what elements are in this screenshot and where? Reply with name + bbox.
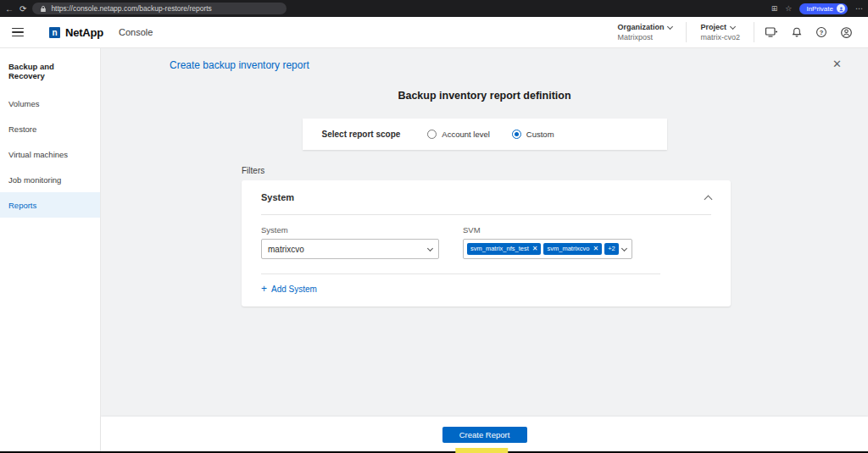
- system-filter-card: System System matrixcvo: [242, 180, 731, 307]
- favorites-icon[interactable]: ☆: [785, 4, 792, 13]
- field-row: System matrixcvo SVM: [261, 225, 711, 259]
- organization-label: Organization: [617, 23, 664, 31]
- radio-circle[interactable]: [427, 130, 437, 139]
- panel-title: Create backup inventory report: [170, 59, 309, 71]
- chip-label: svm_matrix_nfs_test: [470, 246, 529, 252]
- browser-address-bar[interactable]: https://console.netapp.com/backup-restor…: [32, 3, 287, 14]
- click-highlight: [455, 448, 508, 453]
- system-field: System matrixcvo: [261, 225, 439, 259]
- svm-more-badge[interactable]: +2: [604, 243, 619, 255]
- chevron-down-icon: [667, 23, 673, 29]
- svm-chip-row: svm_matrix_nfs_test ✕ svm_matrixcvo ✕: [467, 243, 622, 255]
- scope-label: Select report scope: [322, 130, 401, 139]
- chip-label: svm_matrixcvo: [547, 246, 589, 252]
- radio-custom[interactable]: Custom: [512, 130, 554, 139]
- lock-icon: [40, 5, 47, 13]
- system-card-body: System matrixcvo SVM: [242, 215, 731, 294]
- filters-label: Filters: [242, 166, 868, 175]
- notifications-bell-icon[interactable]: [791, 26, 803, 38]
- console-switcher-icon[interactable]: [765, 26, 778, 38]
- sidebar: Backup and Recovery Volumes Restore Virt…: [0, 48, 101, 453]
- svg-text:?: ?: [820, 29, 824, 36]
- header-icons: ?: [765, 26, 856, 39]
- help-icon[interactable]: ?: [815, 26, 827, 38]
- sidebar-item-label: Volumes: [8, 99, 39, 108]
- header-divider: [754, 22, 754, 42]
- add-system-link[interactable]: + Add System: [261, 284, 711, 294]
- organization-value: Matrixpost: [617, 33, 672, 41]
- person-icon: [838, 6, 844, 12]
- panel-header: Create backup inventory report ✕: [101, 48, 868, 82]
- app-header: n NetApp Console Organization Matrixpost…: [0, 17, 868, 48]
- browser-chrome: ← ⟳ https://console.netapp.com/backup-re…: [0, 0, 868, 17]
- svm-chip[interactable]: svm_matrix_nfs_test ✕: [467, 243, 541, 255]
- sidebar-item-reports[interactable]: Reports: [0, 192, 100, 218]
- inprivate-badge[interactable]: InPrivate: [799, 3, 848, 14]
- hamburger-menu-icon[interactable]: [12, 28, 24, 37]
- browser-toolbar-right: ⊞ ☆ InPrivate ⋯: [771, 3, 863, 14]
- plus-icon: +: [261, 284, 267, 294]
- svm-multiselect[interactable]: svm_matrix_nfs_test ✕ svm_matrixcvo ✕: [463, 239, 632, 259]
- browser-back-icon[interactable]: ←: [5, 4, 14, 14]
- radio-account-level[interactable]: Account level: [427, 130, 490, 139]
- sidebar-item-restore[interactable]: Restore: [0, 116, 100, 141]
- system-select[interactable]: matrixcvo: [261, 239, 439, 259]
- main-panel: Create backup inventory report ✕ Backup …: [101, 48, 868, 453]
- radio-circle-selected[interactable]: [512, 130, 521, 139]
- screen: ← ⟳ https://console.netapp.com/backup-re…: [0, 0, 868, 453]
- sidebar-item-virtual-machines[interactable]: Virtual machines: [0, 141, 100, 167]
- collapse-chevron-icon[interactable]: [704, 195, 713, 203]
- panel-content: Backup inventory report definition Selec…: [101, 82, 868, 417]
- header-divider: [686, 22, 687, 42]
- create-report-button[interactable]: Create Report: [442, 427, 527, 443]
- browser-refresh-icon[interactable]: ⟳: [19, 4, 26, 14]
- sidebar-item-label: Job monitoring: [8, 175, 61, 185]
- chip-remove-icon[interactable]: ✕: [532, 246, 538, 252]
- chip-remove-icon[interactable]: ✕: [593, 246, 599, 252]
- project-value: matrix-cvo2: [700, 33, 740, 41]
- sidebar-title: Backup and Recovery: [0, 55, 100, 91]
- svm-field: SVM svm_matrix_nfs_test ✕ svm_matri: [463, 225, 632, 259]
- netapp-logo-icon: n: [49, 27, 60, 38]
- sidebar-item-volumes[interactable]: Volumes: [0, 91, 100, 116]
- body: Backup and Recovery Volumes Restore Virt…: [0, 48, 868, 453]
- organization-selector[interactable]: Organization Matrixpost: [614, 23, 676, 41]
- divider: [261, 273, 660, 274]
- sidebar-item-label: Virtual machines: [8, 150, 68, 159]
- more-badge-label: +2: [608, 246, 615, 252]
- inprivate-label: InPrivate: [806, 5, 833, 13]
- netapp-logo-text: NetApp: [65, 26, 103, 39]
- radio-label: Custom: [526, 130, 554, 139]
- sidebar-item-label: Restore: [8, 124, 36, 134]
- chevron-down-icon: [621, 245, 627, 251]
- scope-radio-group: Account level Custom: [427, 130, 554, 139]
- account-icon[interactable]: [840, 26, 853, 39]
- chevron-down-icon: [730, 23, 736, 29]
- chevron-down-icon: [427, 245, 433, 251]
- sidebar-item-label: Reports: [8, 201, 36, 210]
- system-select-value: matrixcvo: [268, 245, 428, 254]
- action-bar: Create Report: [101, 417, 868, 453]
- radio-label: Account level: [442, 130, 490, 139]
- project-label: Project: [700, 23, 726, 31]
- report-definition-heading: Backup inventory report definition: [101, 90, 868, 102]
- browser-avatar: [837, 4, 845, 13]
- sidebar-item-job-monitoring[interactable]: Job monitoring: [0, 167, 100, 192]
- project-selector[interactable]: Project matrix-cvo2: [697, 23, 743, 41]
- system-card-header[interactable]: System: [242, 180, 731, 214]
- add-system-label: Add System: [271, 285, 317, 294]
- svm-chip[interactable]: svm_matrixcvo ✕: [543, 243, 602, 255]
- url-text: https://console.netapp.com/backup-restor…: [51, 4, 211, 13]
- svm-field-label: SVM: [463, 225, 632, 235]
- close-icon[interactable]: ✕: [832, 58, 842, 70]
- browser-menu-icon[interactable]: ⋯: [855, 4, 863, 13]
- report-scope-card: Select report scope Account level Custom: [303, 119, 667, 150]
- system-card-title: System: [261, 192, 294, 202]
- system-field-label: System: [261, 225, 439, 235]
- netapp-logo: n NetApp: [49, 26, 103, 39]
- product-label: Console: [119, 27, 153, 37]
- split-screen-icon[interactable]: ⊞: [771, 4, 778, 13]
